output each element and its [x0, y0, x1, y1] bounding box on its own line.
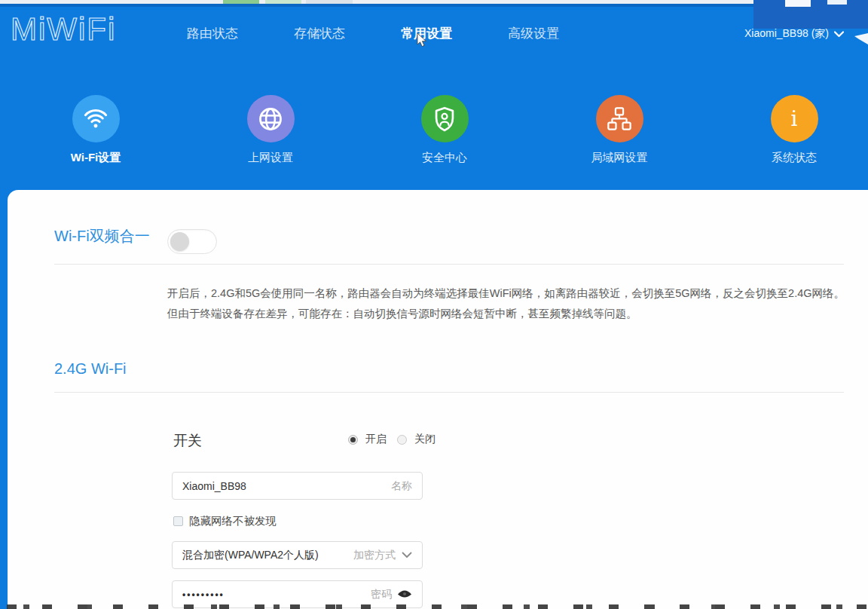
password-hint: 密码 [371, 588, 392, 601]
shield-icon [421, 95, 469, 142]
chevron-down-icon [834, 31, 844, 38]
quick-item-system-status[interactable]: i 系统状态 [741, 95, 848, 165]
account-dropdown[interactable]: Xiaomi_BB98 (家) [744, 27, 844, 41]
radio-on[interactable] [348, 435, 358, 445]
cutoff-subtitle-fragments [0, 604, 868, 609]
account-name: Xiaomi_BB98 (家) [744, 27, 829, 41]
encryption-hint: 加密方式 [353, 549, 396, 562]
miwifi-logo[interactable]: MiWiFi [11, 11, 116, 47]
radio-on-label[interactable]: 开启 [365, 433, 387, 446]
nav-router-status[interactable]: 路由状态 [187, 25, 238, 42]
quick-item-wifi-settings[interactable]: Wi-Fi设置 [42, 95, 149, 165]
globe-icon [247, 95, 295, 142]
divider [54, 264, 844, 265]
quick-item-security-center[interactable]: 安全中心 [391, 95, 498, 165]
encryption-value: 混合加密(WPA/WPA2个人版) [182, 549, 353, 562]
overlay-fragment [785, 0, 811, 7]
quick-item-label: 上网设置 [217, 151, 324, 165]
message-plane-icon [854, 33, 868, 44]
radio-off[interactable] [397, 435, 407, 445]
ssid-value: Xiaomi_BB98 [182, 480, 391, 492]
show-password-eye-icon[interactable] [397, 589, 412, 599]
chevron-down-icon [402, 552, 412, 559]
overlay-fragment [827, 0, 847, 5]
quick-item-label: 系统状态 [741, 151, 848, 165]
ssid-hint: 名称 [391, 479, 412, 493]
password-masked-value: ••••••••• [182, 589, 371, 600]
svg-text:i: i [791, 106, 798, 131]
description-line: 但由于终端设备存在差异，可能存在：自动切换信号源时网络会短暂中断，甚至频繁掉线等… [167, 304, 849, 324]
description-line: 开启后，2.4G和5G会使用同一名称，路由器会自动为终端选择最佳WiFi网络，如… [167, 283, 849, 304]
quick-item-label: Wi-Fi设置 [42, 151, 149, 165]
hide-network-row[interactable]: 隐藏网络不被发现 [173, 514, 277, 528]
wifi-icon [72, 95, 120, 142]
video-overlay-artifact [753, 0, 868, 29]
dualband-description: 开启后，2.4G和5G会使用同一名称，路由器会自动为终端选择最佳WiFi网络，如… [167, 283, 849, 324]
quick-item-label: 局域网设置 [566, 151, 673, 165]
radio-off-label[interactable]: 关闭 [414, 433, 436, 446]
wifi-switch-radios: 开启 关闭 [348, 433, 439, 446]
toggle-knob [170, 232, 189, 251]
lan-icon [596, 95, 643, 142]
mouse-cursor-icon [417, 33, 428, 48]
encryption-select[interactable]: 混合加密(WPA/WPA2个人版) 加密方式 [172, 541, 423, 569]
divider [54, 392, 844, 393]
top-header: MiWiFi 路由状态 存储状态 常用设置 高级设置 Xiaomi_BB98 (… [0, 7, 868, 53]
wifi-24g-title: 2.4G Wi-Fi [54, 360, 127, 378]
switch-label: 开关 [173, 431, 202, 451]
hide-network-label: 隐藏网络不被发现 [189, 514, 277, 528]
nav-storage-status[interactable]: 存储状态 [294, 25, 345, 42]
quick-item-internet-settings[interactable]: 上网设置 [217, 95, 324, 165]
settings-panel: Wi-Fi双频合一 开启后，2.4G和5G会使用同一名称，路由器会自动为终端选择… [8, 190, 868, 609]
quick-settings-band: Wi-Fi设置 上网设置 安全中心 [0, 53, 868, 191]
info-icon: i [771, 95, 818, 142]
quick-item-lan-settings[interactable]: 局域网设置 [566, 95, 673, 165]
main-nav: 路由状态 存储状态 常用设置 高级设置 [187, 25, 559, 42]
miwifi-admin-page: MiWiFi 路由状态 存储状态 常用设置 高级设置 Xiaomi_BB98 (… [0, 0, 868, 609]
dualband-title: Wi-Fi双频合一 [54, 226, 150, 246]
hide-network-checkbox[interactable] [173, 516, 183, 526]
ssid-input[interactable]: Xiaomi_BB98 名称 [172, 472, 423, 500]
nav-advanced-settings[interactable]: 高级设置 [508, 25, 559, 42]
dualband-toggle[interactable] [167, 229, 217, 254]
quick-item-label: 安全中心 [391, 151, 498, 165]
